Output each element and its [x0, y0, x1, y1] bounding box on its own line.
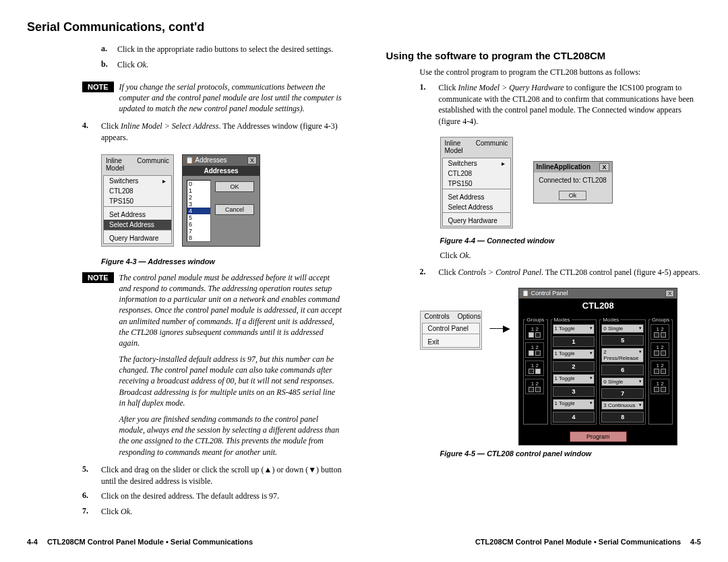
right-page: Using the software to program the CTL208… — [386, 20, 702, 532]
right-step-1: 1. Click Inline Model > Query Hardware t… — [420, 82, 702, 127]
ok-button: Ok — [559, 191, 587, 200]
close-icon: X — [665, 290, 674, 297]
intro-text: Use the control program to program the C… — [420, 67, 702, 78]
controls-menu: ControlsOptions Control Panel Exit — [420, 311, 482, 350]
figure-4-3-caption: Figure 4-3 — Addresses window — [101, 257, 342, 266]
ok-button: OK — [215, 181, 254, 192]
subsection-heading: Using the software to program the CTL208… — [386, 50, 702, 61]
arrow-icon: ──▶ — [490, 323, 511, 334]
step-b: b. Click Ok. — [101, 59, 342, 71]
device-label: CTL208 — [519, 299, 677, 313]
page-number-right: 4-5 — [690, 538, 701, 546]
figure-4-3: Inline Model Communic Switchers▸ CTL208 … — [101, 154, 342, 247]
note-1: NOTE If you change the serial protocols,… — [82, 82, 342, 115]
section-heading: Serial Communications, cont'd — [27, 20, 342, 34]
inline-model-menu: Inline Model Communic Switchers▸ CTL208 … — [101, 154, 174, 247]
footer-text-right: CTL208CM Control Panel Module • Serial C… — [475, 538, 681, 546]
step-4: 4. Click Inline Model > Select Address. … — [82, 121, 342, 144]
cancel-button: Cancel — [215, 204, 254, 215]
page-footer: 4-4 CTL208CM Control Panel Module • Seri… — [27, 538, 701, 546]
figure-4-4: Inline ModelCommunic Switchers▸ CTL208 T… — [440, 137, 702, 228]
inline-model-menu-2: Inline ModelCommunic Switchers▸ CTL208 T… — [440, 137, 513, 228]
address-listbox: 0123 45678 — [187, 180, 211, 242]
figure-4-5: ControlsOptions Control Panel Exit ──▶ 📋… — [420, 288, 702, 445]
step-7: 7. Click Ok. — [82, 506, 342, 518]
close-icon: X — [599, 163, 609, 171]
right-step-2: 2. Click Controls > Control Panel. The C… — [420, 267, 702, 278]
step-6: 6. Click on the desired address. The def… — [82, 491, 342, 502]
control-panel-window: 📋 Control PanelX CTL208 Groups 1 2 1 2 1… — [518, 288, 677, 445]
page-number-left: 4-4 — [27, 538, 38, 546]
figure-4-5-caption: Figure 4-5 — CTL208 control panel window — [440, 449, 702, 458]
step-5: 5. Click and drag on the slider or click… — [82, 464, 342, 487]
addresses-dialog: 📋 AddressesX Addresses 0123 45678 OK Can… — [182, 154, 260, 247]
program-button: Program — [570, 431, 627, 442]
note-2: NOTE The control panel module must be ad… — [82, 272, 342, 458]
step-a: a. Click in the appropriate radio button… — [101, 44, 342, 55]
connected-dialog: InlineApplicationX Connected to: CTL208 … — [533, 161, 613, 204]
close-icon: X — [247, 156, 257, 164]
left-page: Serial Communications, cont'd a. Click i… — [27, 20, 342, 532]
select-address-item: Select Address — [104, 220, 171, 230]
figure-4-4-caption: Figure 4-4 — Connected window — [440, 237, 702, 245]
footer-text-left: CTL208CM Control Panel Module • Serial C… — [47, 538, 253, 546]
